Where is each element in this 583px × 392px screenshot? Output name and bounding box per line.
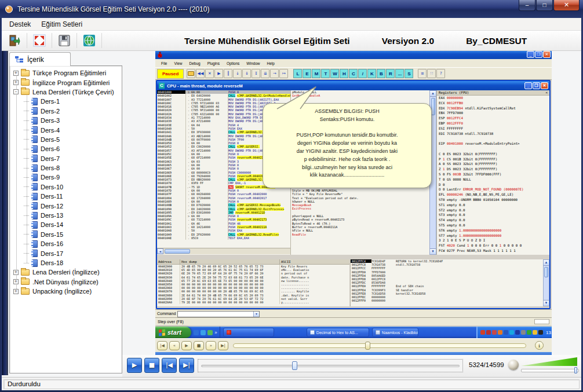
- debug-tool-icon: ↦: [279, 69, 288, 78]
- text-line: ST5 empty 0.0: [439, 223, 549, 228]
- video-player-buttons: |◀«▶■»▶|: [155, 341, 228, 350]
- tree-item[interactable]: Ders-14: [10, 220, 122, 229]
- collapse-icon[interactable]: -: [13, 89, 19, 94]
- volume-thumb[interactable]: [574, 367, 577, 373]
- options-tool-icon: ≡: [418, 69, 427, 78]
- volume-wedge-icon[interactable]: [521, 357, 577, 366]
- exit-button[interactable]: [5, 32, 24, 49]
- tree-item[interactable]: Ders-10: [10, 182, 122, 192]
- tray-icon: [509, 330, 514, 335]
- text-line: A 0 SS 0023 32bit 0(FFFFFFFF): [439, 162, 549, 167]
- toolbar-separator: [76, 33, 77, 48]
- toolbar-version-text: Versiyon 2.0: [382, 36, 434, 46]
- tree-item[interactable]: Ders-7: [10, 154, 122, 163]
- tree-item[interactable]: +Lena Dersleri (İngilizce): [10, 268, 122, 277]
- toolbar-title-text: Tersine Mühendislik Görsel Eğitim Seti: [184, 36, 350, 46]
- tray-icon: [515, 330, 520, 335]
- window-letter-icon: E: [303, 69, 311, 78]
- play-button[interactable]: ▶: [127, 358, 142, 373]
- tree-item[interactable]: Ders-3: [10, 116, 122, 125]
- window-letter-icon: S: [405, 69, 413, 78]
- info-button: i: [535, 341, 544, 350]
- options-tool-icon: ?: [436, 69, 445, 78]
- tree-item-label: .Net Dünyası (İngilizce): [32, 279, 99, 285]
- ollydbg-menu-item: Debug: [185, 61, 203, 65]
- skip-end-button: ▶|: [218, 341, 228, 350]
- ollydbg-toolbar: Paused ◀◀✕▶║↓⇓↧⇊→↦ LEMTWHC/KBR...S ≡∷?: [155, 67, 552, 80]
- video-icon: [31, 155, 38, 162]
- expand-icon[interactable]: +: [13, 289, 19, 294]
- close-button[interactable]: ✕: [553, 0, 580, 11]
- tree-item[interactable]: Ders-8: [10, 163, 122, 173]
- maximize-button[interactable]: □: [536, 0, 553, 11]
- tree-item-label: Ders-15: [41, 231, 63, 238]
- expand-icon[interactable]: +: [13, 80, 19, 85]
- tree-item[interactable]: Ders-5: [10, 135, 122, 144]
- taskbar-task-button: Decimal to Hex to AS...: [307, 328, 369, 337]
- tree-item[interactable]: Ders-11: [10, 192, 122, 201]
- tree-item[interactable]: Ders-1: [10, 97, 122, 106]
- ollydbg-menubar: FileViewDebugPluginsOptionsWindowHelp: [155, 59, 552, 67]
- start-button: start: [155, 327, 191, 338]
- exit-door-icon: [8, 34, 21, 47]
- toolbar-title: Tersine Mühendislik Görsel Eğitim Seti V…: [184, 31, 527, 51]
- expand-icon[interactable]: +: [13, 71, 19, 76]
- tree-item[interactable]: Ders-4: [10, 125, 122, 134]
- rewind-button: «: [169, 341, 180, 350]
- video-icon: [31, 250, 38, 257]
- menu-item[interactable]: Destek: [4, 19, 36, 30]
- video-icon: [31, 193, 38, 200]
- skip-start-button: |◀: [157, 341, 167, 350]
- tree-item[interactable]: Ders-12: [10, 201, 122, 210]
- tree-item[interactable]: +.Net Dünyası (İngilizce): [10, 277, 122, 287]
- web-button[interactable]: [80, 32, 99, 49]
- volume-slider[interactable]: [521, 369, 579, 372]
- video-icon: [31, 259, 38, 267]
- tree-item[interactable]: -Lena Dersleri (Türkçe Çeviri): [10, 87, 122, 97]
- window-letter-icon: K: [367, 69, 376, 78]
- tray-icon: [492, 330, 497, 335]
- stop-button[interactable]: ■: [144, 358, 159, 373]
- save-button[interactable]: [55, 32, 74, 49]
- disasm-row: 004010AE.85C0TEST EAX,EAX: [157, 236, 290, 240]
- fullscreen-button[interactable]: [30, 32, 49, 49]
- app-icon: [5, 5, 13, 13]
- expand-icon[interactable]: +: [13, 270, 19, 275]
- tree-item[interactable]: Ders-18: [10, 258, 122, 268]
- skip-back-button[interactable]: |◀: [162, 358, 177, 373]
- text-line: D 0: [439, 182, 549, 188]
- tree-item[interactable]: +İngilizce Program Eğitimleri: [10, 78, 122, 87]
- tree-item[interactable]: Ders-2: [10, 107, 122, 116]
- seek-thumb[interactable]: [292, 361, 297, 370]
- tree-item[interactable]: Ders-17: [10, 248, 122, 258]
- tree-item[interactable]: Ders-6: [10, 144, 122, 153]
- toolbar-separator: [27, 33, 27, 48]
- skip-forward-button[interactable]: ▶|: [179, 358, 194, 373]
- xp-close-button: ✕: [541, 82, 548, 89]
- seek-slider[interactable]: [198, 359, 463, 372]
- text-line: FST 4020 Cond 1 0 0 0 Err 0 0 1 0 0 0 0 …: [439, 243, 549, 248]
- text-line: ReadFile: [292, 233, 429, 236]
- tree-item-label: Ders-5: [41, 136, 60, 143]
- tree-item-label: Ders-3: [41, 117, 60, 124]
- open-file-icon: [187, 69, 195, 78]
- quick-launch-icon: [194, 330, 199, 335]
- expand-icon[interactable]: +: [13, 279, 19, 284]
- dropdown-arrow-icon: ▼: [253, 312, 259, 317]
- minimize-button[interactable]: –: [519, 0, 535, 11]
- tree-item[interactable]: +Unpacking (İngilizce): [10, 287, 122, 296]
- ollydbg-status-box: [534, 319, 549, 324]
- text-line: EFL 00000246 (NO,NB,E,BE,NS,PE,GE,LE): [439, 192, 549, 197]
- text-line: ST0 empty -UNORM BBB0 01050104 00000000: [439, 197, 549, 203]
- menu-item[interactable]: Eğitim Setleri: [36, 19, 88, 30]
- tree-item-label: Ders-12: [41, 203, 63, 210]
- tab-icerik[interactable]: İçerik: [9, 52, 71, 66]
- tree-item[interactable]: +Türkçe Program Eğitimleri: [10, 68, 122, 78]
- window-title: Tersine Mühendislik Görsel Eğitim Seti V…: [17, 5, 209, 13]
- tree-item[interactable]: Ders-9: [10, 173, 122, 182]
- tree-item[interactable]: Ders-13: [10, 211, 122, 220]
- tree-item[interactable]: Ders-16: [10, 239, 122, 248]
- tree-item[interactable]: Ders-15: [10, 230, 122, 239]
- window-letter-icon: ...: [395, 69, 404, 78]
- tree-item-label: Türkçe Program Eğitimleri: [32, 69, 106, 76]
